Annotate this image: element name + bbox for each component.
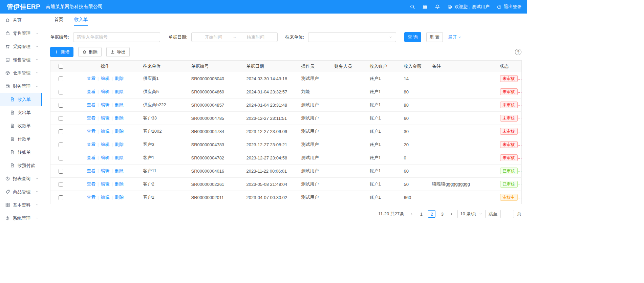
- page-button-1[interactable]: 1: [417, 210, 425, 218]
- sidebar-item-retail[interactable]: 零售管理: [0, 27, 42, 40]
- search-button[interactable]: 查 询: [404, 32, 421, 42]
- add-button[interactable]: 新增: [50, 47, 73, 57]
- view-link[interactable]: 查看: [87, 89, 95, 94]
- jump-page-input[interactable]: [500, 210, 514, 218]
- view-link[interactable]: 查看: [87, 76, 95, 81]
- row-checkbox[interactable]: [59, 77, 63, 81]
- edit-link[interactable]: 编辑: [101, 89, 110, 94]
- page-size-select[interactable]: 10 条/页: [457, 210, 486, 218]
- view-link[interactable]: 查看: [87, 181, 95, 187]
- sidebar-item-prepaid-bill[interactable]: 收预付款: [0, 159, 42, 172]
- edit-link[interactable]: 编辑: [101, 129, 110, 134]
- welcome-user[interactable]: 欢迎您，测试用户: [447, 4, 490, 10]
- delete-link[interactable]: 删除: [115, 181, 124, 187]
- column-header-income-account: 收入账户: [366, 61, 400, 72]
- row-checkbox[interactable]: [59, 156, 63, 160]
- bell-icon[interactable]: [435, 4, 440, 9]
- edit-link[interactable]: 编辑: [101, 76, 110, 81]
- row-checkbox[interactable]: [59, 129, 63, 134]
- sidebar-item-home[interactable]: 首页: [0, 14, 42, 27]
- row-checkbox[interactable]: [59, 169, 63, 174]
- sidebar-item-expense-bill[interactable]: 支出单: [0, 106, 42, 119]
- end-date-input[interactable]: [237, 35, 274, 40]
- edit-link[interactable]: 编辑: [101, 142, 110, 147]
- cell-income-amount: 80: [400, 85, 428, 99]
- trash-icon: [82, 50, 87, 54]
- tab-home[interactable]: 首页: [54, 14, 63, 26]
- next-page-button[interactable]: [449, 212, 454, 216]
- cell-income-amount: 0: [400, 151, 428, 165]
- logout-button[interactable]: 退出登录: [497, 4, 521, 10]
- expand-link[interactable]: 展开: [448, 34, 462, 40]
- sidebar-item-system[interactable]: 系统管理: [0, 212, 42, 225]
- row-checkbox[interactable]: [59, 116, 63, 121]
- sidebar-item-goods[interactable]: 商品管理: [0, 185, 42, 198]
- row-checkbox[interactable]: [59, 195, 63, 200]
- sidebar-item-payment-bill[interactable]: 付款单: [0, 132, 42, 146]
- sidebar-item-basic[interactable]: 基本资料: [0, 198, 42, 212]
- edit-link[interactable]: 编辑: [101, 102, 110, 107]
- sidebar-item-transfer-bill[interactable]: 转账单: [0, 146, 42, 159]
- prev-page-button[interactable]: [409, 212, 414, 216]
- bill-no-input[interactable]: [73, 32, 160, 42]
- link-separator: |: [112, 155, 113, 160]
- view-link[interactable]: 查看: [87, 195, 95, 200]
- edit-link[interactable]: 编辑: [101, 181, 110, 187]
- sidebar-item-report[interactable]: 报表查询: [0, 172, 42, 185]
- sidebar-item-income-bill[interactable]: 收入单: [0, 93, 42, 106]
- sidebar-item-sales[interactable]: 销售管理: [0, 53, 42, 66]
- delete-link[interactable]: 删除: [115, 195, 124, 200]
- cell-bill-number: SR00000004857: [187, 99, 242, 112]
- delete-link[interactable]: 删除: [115, 129, 124, 134]
- page-button-2[interactable]: 2: [428, 210, 435, 218]
- column-header-actions: 操作: [71, 61, 139, 72]
- cell-operator: 测试用户: [297, 138, 330, 151]
- cell-counterparty: 客户11: [139, 165, 187, 178]
- view-link[interactable]: 查看: [87, 142, 95, 147]
- sidebar-item-purchase[interactable]: 采购管理: [0, 40, 42, 53]
- counterparty-select[interactable]: [308, 32, 396, 42]
- delete-button[interactable]: 删除: [78, 47, 102, 57]
- delete-link[interactable]: 删除: [115, 102, 124, 107]
- sidebar-item-finance[interactable]: 财务管理: [0, 80, 42, 93]
- delete-link[interactable]: 删除: [115, 155, 124, 160]
- page-button-3[interactable]: 3: [438, 210, 446, 218]
- view-link[interactable]: 查看: [87, 102, 95, 107]
- tab-income-bill[interactable]: 收入单: [74, 14, 88, 26]
- sidebar-item-receipt-bill[interactable]: 收款单: [0, 119, 42, 132]
- row-checkbox[interactable]: [59, 143, 63, 147]
- row-checkbox[interactable]: [59, 103, 63, 108]
- column-header-bill-number: 单据编号: [187, 61, 242, 72]
- view-link[interactable]: 查看: [87, 115, 95, 121]
- row-checkbox[interactable]: [59, 90, 63, 94]
- link-separator: |: [98, 129, 99, 134]
- help-icon[interactable]: ?: [515, 49, 521, 55]
- box-icon: [5, 70, 10, 75]
- table-row: 查看|编辑|删除 供应商5 SR00000004860 2024-01-04 2…: [50, 85, 522, 99]
- delete-link[interactable]: 删除: [115, 168, 124, 173]
- sidebar-item-label: 财务管理: [13, 83, 35, 89]
- select-all-checkbox[interactable]: [59, 64, 63, 69]
- edit-link[interactable]: 编辑: [101, 155, 110, 160]
- edit-link[interactable]: 编辑: [101, 168, 110, 173]
- delete-link[interactable]: 删除: [115, 142, 124, 147]
- delete-link[interactable]: 删除: [115, 89, 124, 94]
- cell-remark: [428, 99, 496, 112]
- cell-income-amount: 20: [400, 138, 428, 151]
- reset-button[interactable]: 重 置: [426, 32, 443, 42]
- bank-icon[interactable]: [422, 4, 428, 9]
- column-header-remark: 备注: [428, 61, 496, 72]
- export-button[interactable]: 导出: [106, 47, 130, 57]
- sidebar-item-warehouse[interactable]: 仓库管理: [0, 66, 42, 80]
- delete-link[interactable]: 删除: [115, 115, 124, 121]
- delete-link[interactable]: 删除: [115, 76, 124, 81]
- edit-link[interactable]: 编辑: [101, 115, 110, 121]
- row-checkbox[interactable]: [59, 182, 63, 187]
- view-link[interactable]: 查看: [87, 168, 95, 173]
- view-link[interactable]: 查看: [87, 129, 95, 134]
- start-date-input[interactable]: [195, 35, 232, 40]
- view-link[interactable]: 查看: [87, 155, 95, 160]
- edit-link[interactable]: 编辑: [101, 195, 110, 200]
- date-range-picker[interactable]: ~: [191, 32, 278, 42]
- search-icon[interactable]: [410, 4, 415, 9]
